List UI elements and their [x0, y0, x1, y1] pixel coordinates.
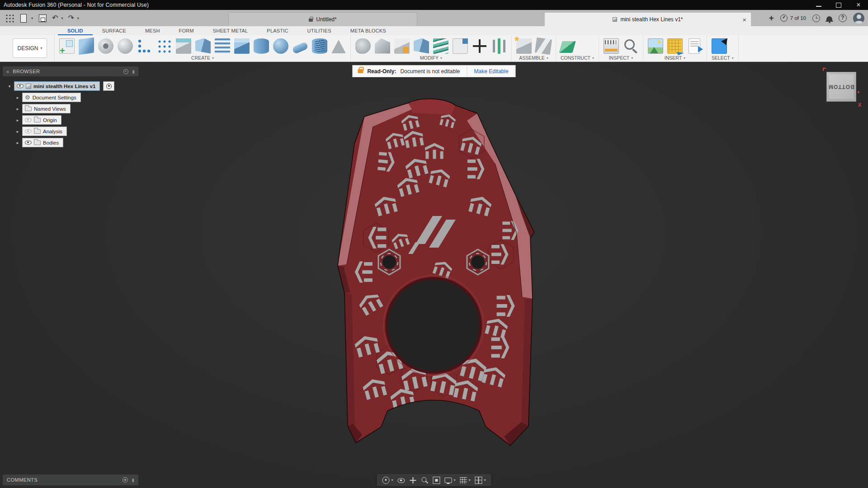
sweep-icon[interactable]: [118, 38, 133, 54]
fillet-icon[interactable]: [375, 38, 390, 54]
create-sketch-icon[interactable]: [59, 38, 75, 54]
close-tab-icon[interactable]: ×: [742, 16, 746, 23]
ribbon-tab-plastic[interactable]: PLASTIC: [257, 26, 297, 35]
rectangular-pattern-icon[interactable]: [137, 38, 152, 54]
circular-pattern-icon[interactable]: [156, 38, 172, 54]
notifications-icon[interactable]: [826, 16, 832, 21]
browser-item-document-settings[interactable]: ▸⚙Document Settings: [3, 93, 138, 102]
sphere-icon[interactable]: [273, 38, 288, 54]
toolbar-group-label-create[interactable]: CREATE▾: [59, 55, 346, 61]
document-tab-untitled[interactable]: Untitled*: [228, 12, 417, 26]
browser-item-row[interactable]: Named Views: [22, 104, 71, 113]
coil-icon[interactable]: [215, 38, 230, 54]
toolbar-group-label-insert[interactable]: INSERT▾: [648, 55, 702, 61]
browser-item-row[interactable]: ⚙Document Settings: [22, 93, 81, 102]
close-icon[interactable]: ×: [855, 2, 862, 8]
thread-icon[interactable]: [312, 38, 327, 54]
browser-item-origin[interactable]: ▸Origin: [3, 115, 138, 125]
new-body-icon[interactable]: [176, 38, 191, 54]
panel-grip-icon[interactable]: ▮: [132, 69, 135, 74]
select-icon[interactable]: [712, 38, 727, 54]
ribbon-tab-surface[interactable]: SURFACE: [93, 26, 136, 35]
collapse-panel-icon[interactable]: «: [6, 69, 9, 74]
toolbar-group-label-select[interactable]: SELECT▾: [712, 55, 734, 61]
visibility-eye-icon[interactable]: [17, 84, 24, 88]
ribbon-tab-mesh[interactable]: MESH: [136, 26, 170, 35]
recent-files-icon[interactable]: [812, 14, 820, 22]
shell-icon[interactable]: [394, 38, 410, 54]
combine-icon[interactable]: [414, 38, 429, 54]
visibility-eye-icon[interactable]: [25, 141, 32, 145]
new-tab-button[interactable]: +: [769, 10, 774, 26]
expand-arrow-icon[interactable]: ▸: [14, 129, 21, 134]
view-cube[interactable]: BOTTOM X: [826, 72, 856, 102]
root-component-row[interactable]: mini stealth Hex Lines v1: [14, 81, 100, 91]
orbit-icon[interactable]: [382, 477, 389, 484]
comments-panel[interactable]: COMMENTS ▮: [3, 474, 138, 485]
viewports-icon[interactable]: [475, 477, 482, 484]
grid-snaps-icon[interactable]: [460, 477, 467, 484]
section-analysis-icon[interactable]: [623, 38, 638, 54]
ribbon-tab-meta-blocks[interactable]: META BLOCKS: [341, 26, 396, 35]
model-3d-body[interactable]: [331, 95, 536, 453]
cylinder-icon[interactable]: [254, 38, 269, 54]
job-status-icon[interactable]: [780, 14, 788, 22]
torus-icon[interactable]: [292, 42, 309, 54]
press-pull-icon[interactable]: [355, 38, 371, 54]
browser-item-row[interactable]: Bodies: [22, 138, 63, 147]
offset-face-icon[interactable]: [433, 38, 448, 54]
account-avatar[interactable]: [853, 13, 864, 24]
mirror-icon[interactable]: [331, 40, 346, 53]
maximize-icon[interactable]: [835, 2, 842, 8]
zoom-icon[interactable]: [421, 477, 428, 484]
toolbar-group-label-modify[interactable]: MODIFY▾: [355, 55, 507, 61]
visibility-eye-icon[interactable]: [25, 118, 32, 122]
panel-options-icon[interactable]: [123, 477, 128, 483]
chevron-down-icon[interactable]: ▾: [391, 478, 393, 482]
joint-icon[interactable]: [535, 37, 552, 54]
browser-item-root[interactable]: ▾ mini stealth Hex Lines v1: [3, 81, 138, 91]
pan-icon[interactable]: [409, 477, 416, 484]
ribbon-tab-sheet-metal[interactable]: SHEET METAL: [203, 26, 258, 35]
panel-grip-icon[interactable]: ▮: [132, 478, 134, 483]
document-tab-mini-stealth-hex-lines-v1[interactable]: mini stealth Hex Lines v1*×: [544, 12, 751, 26]
look-at-icon[interactable]: [397, 478, 405, 483]
browser-item-bodies[interactable]: ▸Bodies: [3, 138, 138, 147]
panel-options-icon[interactable]: [123, 69, 128, 74]
model-canvas[interactable]: « BROWSER ▮ ▾ mini stealth Hex Lines v1: [0, 62, 868, 488]
expand-arrow-icon[interactable]: ▸: [14, 141, 21, 145]
fit-icon[interactable]: [433, 477, 440, 484]
minimize-icon[interactable]: [816, 2, 822, 8]
chevron-down-icon[interactable]: ▾: [453, 478, 455, 482]
toolbar-group-label-assemble[interactable]: ASSEMBLE▾: [516, 55, 551, 61]
view-cube-face-label[interactable]: BOTTOM: [828, 84, 854, 90]
ribbon-tab-solid[interactable]: SOLID: [58, 26, 93, 35]
browser-item-named-views[interactable]: ▸Named Views: [3, 104, 138, 113]
expand-arrow-icon[interactable]: ▸: [14, 95, 21, 100]
loft-icon[interactable]: [195, 38, 211, 54]
browser-header[interactable]: « BROWSER ▮: [3, 66, 138, 76]
box-icon[interactable]: [234, 38, 250, 54]
expand-arrow-icon[interactable]: ▾: [6, 84, 13, 89]
browser-item-analysis[interactable]: ▸Analysis: [3, 127, 138, 136]
toolbar-group-label-construct[interactable]: CONSTRUCT▾: [561, 55, 594, 61]
chevron-down-icon[interactable]: ▾: [484, 478, 486, 482]
activate-component-control[interactable]: [103, 81, 114, 91]
insert-derive-icon[interactable]: [689, 38, 700, 54]
ribbon-tab-form[interactable]: FORM: [170, 26, 203, 35]
expand-arrow-icon[interactable]: ▸: [14, 118, 21, 122]
revolve-icon[interactable]: [98, 38, 113, 54]
construct-plane-icon[interactable]: [559, 41, 576, 53]
ribbon-tab-utilities[interactable]: UTILITIES: [298, 26, 341, 35]
help-icon[interactable]: ?: [839, 14, 847, 22]
align-icon[interactable]: [491, 38, 507, 54]
split-body-icon[interactable]: [453, 38, 468, 54]
canvas-image-icon[interactable]: [648, 38, 663, 54]
measure-icon[interactable]: [604, 38, 619, 54]
toolbar-group-label-inspect[interactable]: INSPECT▾: [604, 55, 638, 61]
visibility-eye-icon[interactable]: [25, 129, 32, 133]
new-component-icon[interactable]: [516, 38, 532, 54]
extrude-icon[interactable]: [79, 37, 94, 55]
browser-item-row[interactable]: Analysis: [22, 127, 67, 136]
insert-mesh-icon[interactable]: [667, 38, 683, 54]
